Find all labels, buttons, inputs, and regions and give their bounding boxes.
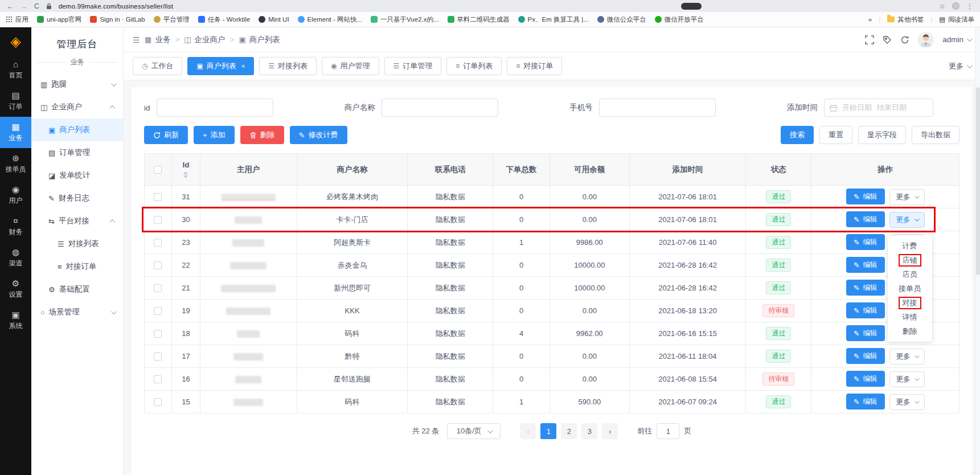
refresh-icon[interactable] bbox=[900, 35, 909, 44]
row-checkbox[interactable] bbox=[154, 216, 162, 224]
dropdown-item-详情[interactable]: 详情 bbox=[888, 310, 932, 324]
edit-button[interactable]: ✎编辑 bbox=[846, 348, 885, 364]
user-avatar[interactable] bbox=[918, 32, 934, 48]
page-number-1[interactable]: 1 bbox=[540, 423, 556, 439]
sidebar-item-link-orders[interactable]: ≡对接订单 bbox=[31, 255, 123, 278]
select-all-checkbox[interactable] bbox=[154, 166, 162, 174]
rail-item-home[interactable]: ⌂首页 bbox=[0, 54, 31, 85]
sidebar-item-order-manage[interactable]: ▤订单管理 bbox=[31, 141, 123, 164]
tab-merchant-list[interactable]: ▣商户列表× bbox=[187, 57, 254, 75]
prev-page-button[interactable]: ‹ bbox=[520, 423, 536, 439]
breadcrumb-item[interactable]: ▣商户列表 bbox=[239, 35, 280, 45]
fullscreen-icon[interactable] bbox=[865, 35, 874, 44]
bookmark-item[interactable]: 平台管理 bbox=[154, 15, 190, 24]
edit-button[interactable]: ✎编辑 bbox=[846, 280, 885, 296]
row-checkbox[interactable] bbox=[154, 239, 162, 247]
row-checkbox[interactable] bbox=[154, 193, 162, 201]
page-size-select[interactable]: 10条/页 bbox=[447, 423, 501, 439]
bookmark-item[interactable]: 微信公众平台 bbox=[597, 15, 646, 24]
id-input[interactable] bbox=[157, 99, 273, 117]
row-checkbox[interactable] bbox=[154, 353, 162, 361]
breadcrumb-item[interactable]: ◫企业商户 bbox=[184, 35, 225, 45]
edit-button[interactable]: ✎编辑 bbox=[846, 189, 885, 204]
reading-list[interactable]: ▤阅读清单 bbox=[939, 15, 974, 24]
app-logo-icon[interactable]: ◈ bbox=[10, 35, 20, 48]
goto-page-input[interactable] bbox=[657, 423, 679, 439]
other-bookmarks[interactable]: 其他书签 bbox=[887, 15, 924, 24]
user-menu[interactable]: admin bbox=[942, 35, 971, 44]
tab-user-manage[interactable]: ◉用户管理 bbox=[322, 57, 379, 75]
back-icon[interactable]: ← bbox=[7, 2, 14, 10]
rail-item-finance[interactable]: ¤财务 bbox=[0, 211, 31, 242]
more-button[interactable]: 更多 bbox=[889, 394, 925, 410]
edit-button[interactable]: ✎编辑 bbox=[846, 211, 885, 227]
rail-item-system[interactable]: ▣系统 bbox=[0, 305, 31, 336]
more-button[interactable]: 更多 bbox=[889, 349, 925, 365]
sidebar-item-enterprise-merchant[interactable]: ◫企业商户 bbox=[31, 96, 123, 118]
rail-item-courier[interactable]: ⊛接单员 bbox=[0, 148, 31, 179]
dropdown-item-接单员[interactable]: 接单员 bbox=[888, 281, 932, 296]
edit-button[interactable]: ✎编辑 bbox=[846, 257, 885, 273]
address-bar[interactable]: demo.99make.com/business/seller/list bbox=[59, 3, 174, 10]
rail-item-users[interactable]: ◉用户 bbox=[0, 179, 31, 211]
next-page-button[interactable]: › bbox=[602, 423, 618, 439]
more-button[interactable]: 更多 bbox=[889, 212, 925, 228]
forward-icon[interactable]: → bbox=[20, 2, 27, 10]
sidebar-item-dispatch-stats[interactable]: ◪发单统计 bbox=[31, 164, 123, 187]
row-checkbox[interactable] bbox=[154, 284, 162, 292]
row-checkbox[interactable] bbox=[154, 261, 162, 269]
row-checkbox[interactable] bbox=[154, 330, 162, 338]
row-checkbox[interactable] bbox=[154, 398, 162, 406]
sort-asc-icon[interactable] bbox=[183, 171, 188, 174]
tabs-more-button[interactable]: 更多 bbox=[949, 61, 971, 71]
merchant-name-input[interactable] bbox=[382, 99, 498, 117]
tab-workbench[interactable]: ◷工作台 bbox=[133, 57, 182, 75]
edit-button[interactable]: ✎编辑 bbox=[846, 371, 885, 387]
sidebar-item-errand[interactable]: ▥跑腿 bbox=[31, 73, 123, 96]
dropdown-item-删除[interactable]: 删除 bbox=[888, 324, 932, 338]
row-checkbox[interactable] bbox=[154, 307, 162, 315]
more-button[interactable]: 更多 bbox=[889, 189, 925, 205]
reset-button[interactable]: 重置 bbox=[819, 126, 852, 144]
bookmark-item[interactable]: Element - 网站快... bbox=[298, 15, 363, 24]
more-button[interactable]: 更多 bbox=[889, 371, 925, 387]
page-number-3[interactable]: 3 bbox=[581, 423, 597, 439]
refresh-button[interactable]: 刷新 bbox=[144, 126, 188, 144]
bookmark-item[interactable]: Mint UI bbox=[259, 16, 289, 23]
rail-item-settings[interactable]: ⚙设置 bbox=[0, 273, 31, 305]
browser-menu-icon[interactable]: ⋮ bbox=[966, 2, 973, 10]
sidebar-item-finance-log[interactable]: ✎财务日志 bbox=[31, 187, 123, 210]
sidebar-item-link-list[interactable]: ☰对接列表 bbox=[31, 232, 123, 255]
close-tab-icon[interactable]: × bbox=[241, 63, 245, 69]
modify-fee-button[interactable]: ✎修改计费 bbox=[290, 126, 347, 144]
dropdown-item-对接[interactable]: 对接 bbox=[888, 296, 932, 310]
add-button[interactable]: +添加 bbox=[194, 126, 235, 144]
tab-link-orders[interactable]: ≡对接订单 bbox=[507, 57, 562, 75]
phone-input[interactable] bbox=[599, 99, 716, 117]
tab-link-list[interactable]: ☰对接列表 bbox=[259, 57, 317, 75]
bookmark-item[interactable]: Sign in · GitLab bbox=[90, 16, 145, 23]
collapse-sidebar-icon[interactable]: ☰ bbox=[133, 35, 140, 44]
sort-icons[interactable] bbox=[172, 171, 200, 178]
tab-order-manage[interactable]: ☰订单管理 bbox=[384, 57, 442, 75]
rail-item-orders[interactable]: ▤订单 bbox=[0, 85, 31, 117]
show-fields-button[interactable]: 显示字段 bbox=[858, 126, 906, 144]
rail-item-channel[interactable]: ◍渠道 bbox=[0, 242, 31, 273]
sort-desc-icon[interactable] bbox=[183, 175, 188, 178]
dropdown-item-店员[interactable]: 店员 bbox=[888, 267, 932, 281]
breadcrumb-item[interactable]: ▦业务 bbox=[145, 35, 170, 45]
sidebar-item-scene-manage[interactable]: ○场景管理 bbox=[31, 301, 123, 324]
sidebar-item-platform-link[interactable]: ⇆平台对接 bbox=[31, 210, 123, 232]
dark-extension-chip[interactable] bbox=[681, 3, 702, 10]
bookmark-item[interactable]: 任务 - Worktile bbox=[198, 15, 251, 24]
edit-button[interactable]: ✎编辑 bbox=[846, 325, 885, 341]
bookmark-item[interactable]: uni-app官网 bbox=[37, 15, 81, 24]
tab-order-list[interactable]: ≡订单列表 bbox=[446, 57, 502, 75]
bookmarks-overflow-icon[interactable]: » bbox=[868, 16, 872, 23]
bookmark-item[interactable]: 草料二维码生成器 bbox=[448, 15, 510, 24]
profile-avatar-icon[interactable] bbox=[952, 2, 960, 10]
sidebar-item-merchant-list[interactable]: ▣商户列表 bbox=[31, 118, 123, 141]
theme-tag-icon[interactable] bbox=[883, 35, 892, 44]
delete-button[interactable]: 删除 bbox=[240, 126, 284, 144]
bookmark-item[interactable]: 一只基于Vue2.x的... bbox=[371, 15, 438, 24]
